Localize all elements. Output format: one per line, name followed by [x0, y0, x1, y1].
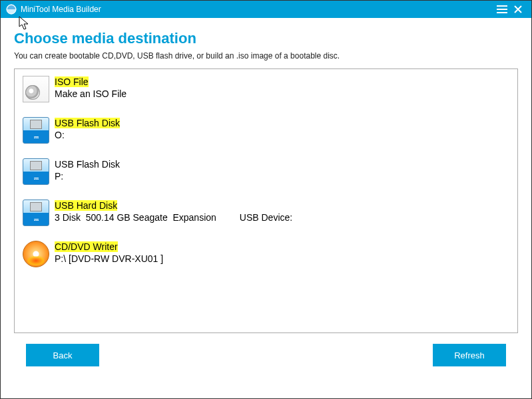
refresh-button[interactable]: Refresh — [433, 344, 506, 366]
media-item-iso[interactable]: ISO File Make an ISO File — [23, 76, 509, 102]
media-list: ISO File Make an ISO File USB Flash Disk… — [14, 68, 518, 333]
media-item-usb-o[interactable]: USB Flash Disk O: — [23, 117, 509, 144]
media-item-usb-hard[interactable]: USB Hard Disk 3 Disk 500.14 GB Seagate E… — [23, 200, 509, 226]
menu-icon[interactable] — [494, 1, 510, 17]
media-item-title: USB Flash Disk — [55, 118, 120, 128]
usb-drive-icon — [23, 117, 49, 144]
usb-drive-icon — [23, 200, 49, 226]
svg-rect-2 — [497, 5, 507, 7]
media-item-sub: Make an ISO File — [55, 88, 127, 100]
title-bar: MiniTool Media Builder — [1, 1, 531, 18]
media-item-sub: 3 Disk 500.14 GB Seagate Expansion USB D… — [55, 211, 292, 223]
media-item-sub: O: — [55, 129, 120, 141]
media-item-usb-p[interactable]: USB Flash Disk P: — [23, 158, 509, 185]
media-item-sub: P: — [55, 170, 120, 182]
usb-drive-icon — [23, 158, 49, 185]
media-item-dvd[interactable]: CD/DVD Writer P:\ [DVD-RW DVR-XU01 ] — [23, 241, 509, 267]
app-title: MiniTool Media Builder — [21, 5, 101, 14]
page-subtitle: You can create bootable CD,DVD, USB flas… — [14, 51, 518, 61]
app-logo-icon — [6, 4, 17, 15]
media-item-title: CD/DVD Writer — [55, 241, 118, 252]
close-icon[interactable] — [510, 1, 526, 17]
media-item-title: USB Hard Disk — [55, 200, 117, 211]
media-item-title: USB Flash Disk — [55, 159, 120, 170]
dvd-writer-icon — [23, 241, 49, 267]
media-item-sub: P:\ [DVD-RW DVR-XU01 ] — [55, 253, 163, 265]
page-title: Choose media destination — [14, 30, 518, 47]
back-button[interactable]: Back — [26, 344, 99, 366]
iso-file-icon — [23, 76, 49, 102]
svg-rect-3 — [497, 9, 507, 10]
svg-rect-4 — [497, 12, 507, 13]
media-item-title: ISO File — [55, 76, 89, 87]
